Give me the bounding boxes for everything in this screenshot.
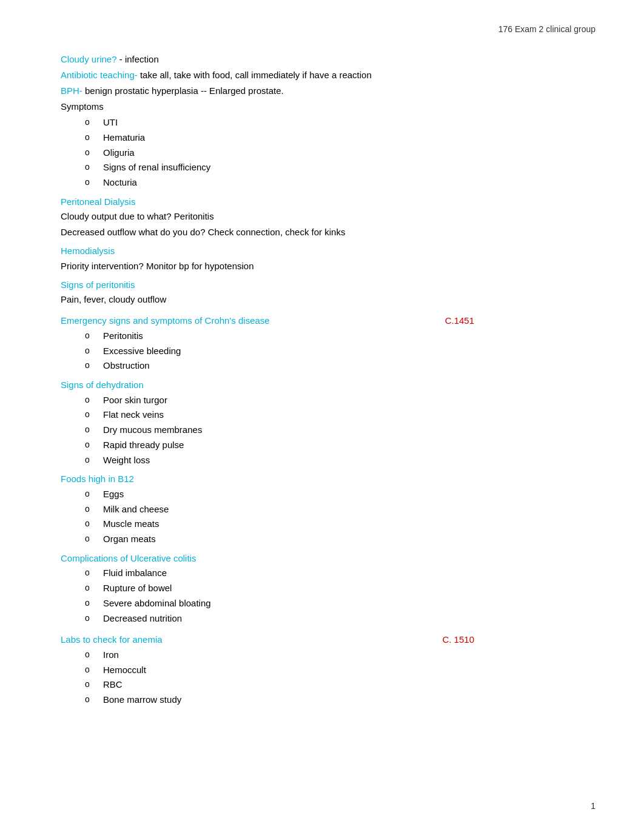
list-item-text: Bone marrow study [103, 692, 181, 708]
list-item: o Eggs [85, 487, 595, 502]
list-item-text: Muscle meats [103, 517, 159, 532]
list-item: o Milk and cheese [85, 502, 595, 517]
emergency-crohns-heading: Emergency signs and symptoms of Crohn's … [61, 313, 270, 329]
signs-peritonitis-heading: Signs of peritonitis [61, 277, 595, 293]
bph-line: BPH- benign prostatic hyperplasia -- Enl… [61, 84, 595, 98]
list-item-text: Iron [103, 648, 119, 663]
list-item: o Dry mucous membranes [85, 423, 595, 438]
peritonitis-text: Pain, fever, cloudy outflow [61, 292, 595, 307]
list-item-text: Rupture of bowel [103, 581, 172, 596]
list-item: o Poor skin turgor [85, 393, 595, 408]
foods-b12-heading: Foods high in B12 [61, 471, 595, 487]
labs-anemia-header-row: Labs to check for anemia C. 1510 [61, 628, 595, 648]
crohns-code: C.1451 [445, 315, 595, 326]
section-signs-peritonitis: Signs of peritonitis Pain, fever, cloudy… [61, 277, 595, 307]
labs-anemia-heading: Labs to check for anemia [61, 632, 163, 648]
bullet: o [85, 532, 103, 546]
bullet: o [85, 517, 103, 531]
antibiotic-text: take all, take with food, call immediate… [140, 70, 372, 80]
bullet: o [85, 581, 103, 595]
bullet: o [85, 393, 103, 407]
cloudy-output-line: Cloudy output due to what? Peritonitis [61, 209, 595, 224]
cloudy-urine-line: Cloudy urine? - infection [61, 52, 595, 67]
list-item: o Iron [85, 648, 595, 663]
list-item: o Excessive bleeding [85, 344, 595, 359]
bullet: o [85, 407, 103, 421]
list-item-text: Eggs [103, 487, 124, 502]
page-header: 176 Exam 2 clinical group [61, 24, 595, 34]
section-hemodialysis: Hemodialysis Priority intervention? Moni… [61, 243, 595, 273]
section-foods-b12: Foods high in B12 o Eggs o Milk and chee… [61, 471, 595, 547]
bullet: o [85, 438, 103, 452]
list-item-text: Obstruction [103, 358, 150, 374]
list-item: o Organ meats [85, 532, 595, 547]
list-item: o Signs of renal insufficiency [85, 160, 595, 175]
bph-text: benign prostatic hyperplasia -- Enlarged… [85, 86, 284, 96]
emergency-crohns-header-row: Emergency signs and symptoms of Crohn's … [61, 309, 595, 329]
list-item-text: Excessive bleeding [103, 344, 181, 359]
bullet: o [85, 146, 103, 159]
bullet: o [85, 329, 103, 343]
list-item-text: Fluid imbalance [103, 566, 167, 581]
bullet: o [85, 423, 103, 437]
list-item-text: Hematuria [103, 130, 145, 146]
list-item: o Peritonitis [85, 329, 595, 344]
list-item-text: Flat neck veins [103, 407, 164, 423]
bph-label: BPH- [61, 86, 82, 96]
list-item: o UTI [85, 115, 595, 130]
page-title: 176 Exam 2 clinical group [498, 24, 595, 34]
list-item-text: Severe abdominal bloating [103, 596, 211, 611]
list-item: o Muscle meats [85, 517, 595, 532]
bullet: o [85, 692, 103, 706]
list-item-text: Organ meats [103, 532, 156, 547]
bullet: o [85, 115, 103, 129]
page-number: 1 [591, 801, 595, 811]
list-item-text: Signs of renal insufficiency [103, 160, 210, 175]
list-item: o Flat neck veins [85, 407, 595, 423]
list-item: o Obstruction [85, 358, 595, 374]
bullet: o [85, 160, 103, 174]
list-item: o Rupture of bowel [85, 581, 595, 596]
list-item-text: Poor skin turgor [103, 393, 167, 408]
antibiotic-line: Antibiotic teaching- take all, take with… [61, 68, 595, 82]
cloudy-urine-label: Cloudy urine? [61, 54, 117, 64]
bullet: o [85, 344, 103, 358]
bullet: o [85, 663, 103, 677]
bullet: o [85, 487, 103, 501]
list-item-text: Dry mucous membranes [103, 423, 202, 438]
section-signs-dehydration: Signs of dehydration o Poor skin turgor … [61, 377, 595, 468]
bullet: o [85, 677, 103, 691]
list-item: o Hemoccult [85, 663, 595, 678]
list-item-text: UTI [103, 115, 118, 130]
section-peritoneal-dialysis: Peritoneal Dialysis Cloudy output due to… [61, 194, 595, 240]
bullet: o [85, 648, 103, 662]
list-item-text: Decreased nutrition [103, 611, 182, 626]
hemodialysis-text: Priority intervention? Monitor bp for hy… [61, 259, 595, 273]
bullet: o [85, 502, 103, 516]
list-item: o Hematuria [85, 130, 595, 146]
hemodialysis-heading: Hemodialysis [61, 243, 595, 259]
list-item-text: Oliguria [103, 146, 135, 161]
complications-uc-heading: Complications of Ulcerative colitis [61, 551, 595, 566]
list-item: o Weight loss [85, 453, 595, 468]
list-item-text: RBC [103, 677, 122, 692]
list-item: o RBC [85, 677, 595, 692]
bullet: o [85, 566, 103, 580]
bullet: o [85, 611, 103, 625]
list-item: o Fluid imbalance [85, 566, 595, 581]
anemia-code: C. 1510 [442, 634, 595, 645]
bullet: o [85, 358, 103, 372]
list-item-text: Hemoccult [103, 663, 146, 678]
bullet: o [85, 130, 103, 144]
list-item: o Rapid thready pulse [85, 438, 595, 453]
section-labs-anemia: Labs to check for anemia C. 1510 o Iron … [61, 628, 595, 708]
cloudy-urine-text: - infection [119, 54, 159, 64]
bullet: o [85, 453, 103, 467]
antibiotic-label: Antibiotic teaching- [61, 70, 138, 80]
list-item: o Severe abdominal bloating [85, 596, 595, 611]
bullet: o [85, 596, 103, 610]
list-item-text: Rapid thready pulse [103, 438, 184, 453]
section-intro: Cloudy urine? - infection Antibiotic tea… [61, 52, 595, 190]
list-item: o Nocturia [85, 175, 595, 190]
list-item: o Bone marrow study [85, 692, 595, 708]
